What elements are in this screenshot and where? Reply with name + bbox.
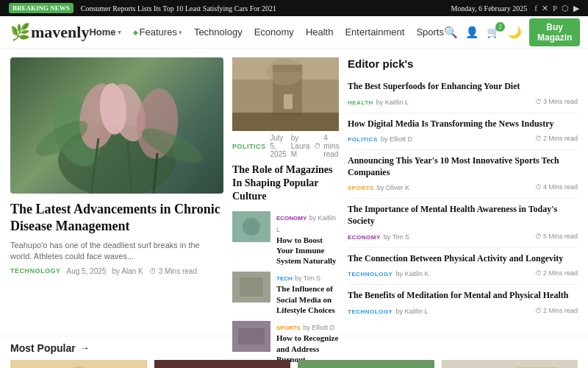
editor-item-6: The Benefits of Meditation for Mental an… [348, 285, 578, 322]
hero-title: The Latest Advancements in Chronic Disea… [10, 201, 223, 236]
editor-picks-title: Editor pick's [348, 57, 578, 70]
hero-date: Aug 5, 2025 [67, 267, 107, 275]
top-bar-right: Monday, 6 February 2025 f ✕ P ⬡ ▶ [451, 4, 579, 13]
nav-health[interactable]: Health [306, 26, 334, 38]
editor-item-5: The Connection Between Physical Activity… [348, 248, 578, 286]
editor-tag-4[interactable]: ECONOMY [348, 234, 381, 241]
editor-item-4-title: The Importance of Mental Health Awarenes… [348, 204, 578, 227]
clock-icon-5: ⏱ [535, 183, 542, 191]
editor-item-6-meta: TECHNOLOGYby Kaitlin L ⏱2 Mins read [348, 305, 578, 316]
hero-tag[interactable]: TECHNOLOGY [10, 267, 61, 275]
editor-tag-5[interactable]: TECHNOLOGY [348, 271, 392, 277]
small-article-2-author: by Tim S [295, 275, 320, 282]
svg-rect-29 [298, 360, 434, 368]
svg-rect-26 [154, 360, 291, 368]
cart-icon[interactable]: 🛒2 [487, 26, 501, 39]
editor-tag-6[interactable]: TECHNOLOGY [348, 308, 392, 315]
hero-image [10, 57, 223, 194]
navigation: 🌿 mavenly Home ▾ ◆ Features ▾ Technology… [0, 16, 588, 49]
search-icon[interactable]: 🔍 [444, 26, 458, 39]
top-bar-date: Monday, 6 February 2025 [451, 4, 527, 13]
small-article-2-info: TECH by Tim S The Influence of Social Me… [276, 272, 339, 315]
featured-tag[interactable]: POLITICS [232, 143, 266, 150]
featured-date: July 5, 2025 [270, 134, 287, 158]
pinterest-icon[interactable]: P [553, 4, 557, 13]
editor-item-3-title: Announcing This Year's 10 Most Innovativ… [348, 155, 578, 178]
featured-illustration [232, 57, 339, 131]
editor-read-time-4: ⏱5 Mins read [535, 233, 578, 240]
small-article-2-tag[interactable]: TECH [276, 275, 293, 282]
arrow-icon[interactable]: → [80, 342, 90, 354]
small-article-2-title: The Influence of Social Media on Lifesty… [276, 283, 339, 315]
editor-picks: Editor pick's The Best Superfoods for En… [348, 57, 578, 327]
editor-read-time-5: ⏱2 Mins read [535, 269, 578, 277]
editor-tag-2[interactable]: POLITICS [348, 136, 378, 143]
popular-thumb-3 [298, 360, 434, 368]
theme-toggle-icon[interactable]: 🌙 [508, 26, 522, 39]
nav-sports[interactable]: Sports [416, 26, 444, 38]
clock-icon-7: ⏱ [535, 269, 542, 277]
hero-image-inner [10, 57, 223, 194]
user-icon[interactable]: 👤 [465, 26, 479, 39]
editor-item-2-title: How Digital Media Is Transforming the Ne… [348, 118, 578, 130]
nav-features[interactable]: ◆ Features ▾ [133, 26, 182, 38]
editor-picks-list: The Best Superfoods for Enhancing Your D… [348, 76, 578, 322]
editor-item-5-meta: TECHNOLOGYby Kaitlin K ⏱2 Mins read [348, 267, 578, 279]
buy-button[interactable]: Buy Magazin [529, 18, 580, 46]
editor-item-1-title: The Best Superfoods for Enhancing Your D… [348, 81, 578, 93]
popular-item-3 [298, 360, 434, 368]
nav-entertainment[interactable]: Entertainment [345, 26, 404, 38]
popular-item-2 [154, 360, 291, 368]
featured-image [232, 57, 339, 131]
nav-home[interactable]: Home ▾ [89, 26, 121, 38]
home-caret: ▾ [118, 29, 121, 36]
middle-column: POLITICS July 5, 2025 by Laura M ⏱ 4 min… [232, 57, 339, 327]
featured-title: The Role of Magazines In Shaping Popular… [232, 163, 339, 204]
svg-rect-24 [10, 360, 147, 368]
editor-read-time-3: ⏱4 Mins read [535, 183, 578, 191]
small-article-2: TECH by Tim S The Influence of Social Me… [232, 272, 339, 315]
logo[interactable]: 🌿 mavenly [10, 23, 89, 42]
breaking-news-badge: BREAKING NEWS [9, 3, 74, 13]
editor-tag-1[interactable]: HEALTH [348, 99, 373, 106]
small-articles-list: ECONOMY by Kaitlin L How to Boost Your I… [232, 211, 339, 365]
svg-rect-17 [232, 113, 339, 131]
twitter-icon[interactable]: ✕ [542, 4, 548, 13]
hero-read-time: ⏱ 3 Mins read [149, 267, 197, 275]
svg-rect-15 [284, 94, 293, 109]
nav-links: Home ▾ ◆ Features ▾ Technology Economy H… [89, 26, 444, 38]
svg-rect-23 [238, 328, 265, 344]
youtube-icon[interactable]: ▶ [573, 4, 579, 13]
small-tag-2: TECH by Tim S [276, 272, 339, 283]
features-caret: ▾ [179, 29, 182, 36]
editor-tag-3[interactable]: SPORTS [348, 185, 374, 191]
editor-item-3-meta: SPORTSby Oliver K ⏱4 Mins read [348, 181, 578, 193]
hero-meta: TECHNOLOGY Aug 5, 2025 by Alan K ⏱ 3 Min… [10, 267, 223, 275]
hero-illustration [10, 57, 223, 194]
featured-author: by Laura M [291, 134, 310, 158]
nav-economy[interactable]: Economy [254, 26, 294, 38]
small-article-3-author: by Elliott D [303, 324, 334, 331]
clock-icon: ⏱ [149, 267, 157, 275]
clock-icon-8: ⏱ [535, 307, 542, 314]
nav-technology[interactable]: Technology [194, 26, 243, 38]
instagram-icon[interactable]: ⬡ [562, 4, 569, 13]
editor-item-4-meta: ECONOMYby Tim S ⏱5 Mins read [348, 230, 578, 242]
small-thumb-1 [232, 211, 270, 242]
small-article-1-tag[interactable]: ECONOMY [276, 215, 306, 222]
small-article-3-tag[interactable]: SPORTS [276, 325, 301, 331]
small-article-1: ECONOMY by Kaitlin L How to Boost Your I… [232, 211, 339, 266]
small-article-1-title: How to Boost Your Immune System Naturall… [276, 235, 339, 266]
svg-rect-21 [240, 277, 263, 297]
hero-article: The Latest Advancements in Chronic Disea… [10, 57, 223, 327]
most-popular-title: Most Popular [10, 342, 76, 354]
small-thumb-3 [232, 321, 270, 352]
facebook-icon[interactable]: f [534, 4, 537, 13]
clock-icon-6: ⏱ [535, 233, 542, 240]
popular-item-4 [442, 360, 578, 368]
small-article-3: SPORTS by Elliott D How to Recognize and… [232, 321, 339, 364]
small-thumb-2 [232, 272, 270, 302]
hero-author: by Alan K [112, 267, 143, 275]
main-content: The Latest Advancements in Chronic Disea… [0, 49, 588, 336]
editor-read-time-2: ⏱2 Mins read [535, 135, 578, 142]
